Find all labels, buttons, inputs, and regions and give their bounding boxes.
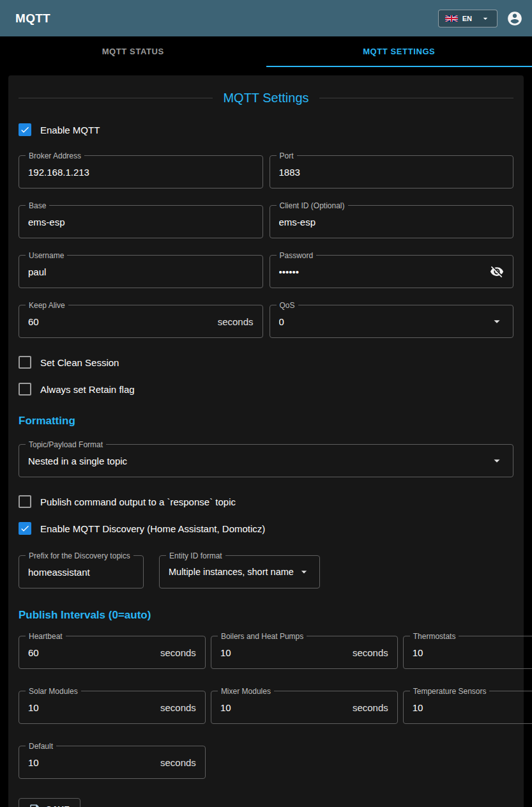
check-icon — [20, 125, 30, 135]
field-label: Heartbeat — [26, 631, 66, 642]
username-field[interactable]: Username — [19, 255, 263, 288]
unit-suffix: seconds — [160, 647, 196, 658]
field-label: Entity ID format — [166, 551, 225, 561]
dropdown-arrow-icon — [490, 314, 504, 328]
publish-intervals-heading: Publish Intervals (0=auto) — [19, 609, 513, 622]
account-button[interactable] — [505, 9, 524, 28]
field-label: Port — [277, 151, 297, 161]
app-title: MQTT — [15, 12, 438, 26]
field-label: Password — [277, 250, 317, 261]
app-bar: MQTT EN — [0, 0, 532, 36]
save-label: SAVE — [46, 804, 70, 807]
field-label: Base — [26, 201, 49, 211]
publish-response-checkbox-row[interactable]: Publish command output to a `response` t… — [19, 495, 513, 508]
field-label: QoS — [277, 300, 298, 311]
discovery-fields: Prefix for the Discovery topics Entity I… — [19, 555, 513, 588]
topic-payload-format-select[interactable]: Topic/Payload Format Nested in a single … — [19, 444, 513, 477]
checkbox-label: Always set Retain flag — [40, 384, 135, 395]
default-interval-input[interactable] — [28, 757, 155, 768]
enable-mqtt-checkbox-row[interactable]: Enable MQTT — [19, 123, 513, 136]
password-field[interactable]: Password — [270, 255, 514, 288]
clean-session-checkbox[interactable] — [19, 356, 31, 369]
base-field[interactable]: Base — [19, 205, 263, 238]
client-id-input[interactable] — [279, 217, 505, 227]
mixer-interval-field[interactable]: Mixer Modules seconds — [211, 691, 398, 724]
publish-response-checkbox[interactable] — [19, 495, 31, 508]
base-input[interactable] — [28, 217, 254, 227]
heartbeat-interval-input[interactable] — [28, 647, 155, 658]
discovery-prefix-field[interactable]: Prefix for the Discovery topics — [19, 555, 144, 588]
toggle-password-visibility-button[interactable] — [490, 265, 504, 279]
unit-suffix: seconds — [353, 647, 388, 658]
page-title: MQTT Settings — [223, 91, 308, 105]
select-value: Multiple instances, short name — [169, 567, 294, 577]
heartbeat-interval-field[interactable]: Heartbeat seconds — [19, 636, 206, 669]
save-button[interactable]: SAVE — [19, 798, 80, 807]
mixer-interval-input[interactable] — [220, 702, 347, 713]
field-label: Temperature Sensors — [410, 686, 490, 696]
checkbox-label: Enable MQTT Discovery (Home Assistant, D… — [40, 523, 265, 534]
field-label: Solar Modules — [26, 686, 81, 696]
language-button[interactable]: EN — [438, 10, 498, 27]
settings-card: MQTT Settings Enable MQTT Broker Address… — [8, 75, 524, 807]
page-title-row: MQTT Settings — [19, 91, 513, 105]
keep-alive-input[interactable] — [28, 316, 213, 327]
select-value: Nested in a single topic — [28, 456, 486, 466]
field-label: Username — [26, 250, 67, 261]
temperature-interval-input[interactable] — [413, 702, 532, 713]
checkbox-label: Enable MQTT — [40, 125, 100, 135]
tab-mqtt-settings[interactable]: MQTT SETTINGS — [266, 36, 532, 67]
field-label: Broker Address — [26, 151, 84, 161]
thermostats-interval-input[interactable] — [413, 647, 532, 658]
field-label: Boilers and Heat Pumps — [218, 631, 307, 642]
unit-suffix: seconds — [160, 757, 196, 768]
publish-interval-fields: Heartbeat seconds Boilers and Heat Pumps… — [19, 636, 513, 779]
qos-select[interactable]: QoS 0 — [270, 305, 514, 338]
entity-id-format-select[interactable]: Entity ID format Multiple instances, sho… — [159, 555, 320, 588]
tab-bar: MQTT STATUS MQTT SETTINGS — [0, 36, 532, 67]
select-value: 0 — [279, 316, 487, 327]
client-id-field[interactable]: Client ID (Optional) — [270, 205, 514, 238]
retain-flag-checkbox-row[interactable]: Always set Retain flag — [19, 383, 513, 396]
username-input[interactable] — [28, 266, 254, 277]
port-input[interactable] — [279, 167, 505, 178]
boilers-interval-field[interactable]: Boilers and Heat Pumps seconds — [211, 636, 398, 669]
dropdown-arrow-icon — [490, 454, 504, 468]
divider — [19, 98, 213, 98]
field-label: Thermostats — [410, 631, 459, 642]
field-label: Topic/Payload Format — [26, 440, 106, 450]
temperature-interval-field[interactable]: Temperature Sensors seconds — [403, 691, 532, 724]
mqtt-discovery-checkbox[interactable] — [19, 522, 31, 535]
thermostats-interval-field[interactable]: Thermostats seconds — [403, 636, 532, 669]
enable-mqtt-checkbox[interactable] — [19, 123, 31, 136]
discovery-prefix-input[interactable] — [28, 567, 134, 578]
chevron-down-icon — [480, 13, 490, 24]
boilers-interval-input[interactable] — [220, 647, 347, 658]
uk-flag-icon — [445, 15, 458, 22]
broker-address-field[interactable]: Broker Address — [19, 155, 263, 188]
connection-fields: Broker Address Port Base Client ID (Opti… — [19, 155, 513, 338]
divider — [319, 98, 513, 98]
unit-suffix: seconds — [218, 316, 254, 327]
solar-interval-field[interactable]: Solar Modules seconds — [19, 691, 206, 724]
account-icon — [506, 10, 523, 27]
check-icon — [20, 523, 30, 534]
unit-suffix: seconds — [160, 702, 196, 713]
port-field[interactable]: Port — [270, 155, 514, 188]
clean-session-checkbox-row[interactable]: Set Clean Session — [19, 356, 513, 369]
save-icon — [29, 803, 40, 807]
field-label: Client ID (Optional) — [277, 201, 348, 211]
formatting-heading: Formatting — [19, 415, 513, 427]
dropdown-arrow-icon — [298, 565, 310, 578]
field-label: Default — [26, 741, 56, 751]
solar-interval-input[interactable] — [28, 702, 155, 713]
mqtt-discovery-checkbox-row[interactable]: Enable MQTT Discovery (Home Assistant, D… — [19, 522, 513, 535]
password-input[interactable] — [279, 266, 485, 277]
retain-flag-checkbox[interactable] — [19, 383, 31, 396]
default-interval-field[interactable]: Default seconds — [19, 746, 206, 779]
unit-suffix: seconds — [353, 702, 388, 713]
broker-address-input[interactable] — [28, 167, 254, 178]
tab-mqtt-status[interactable]: MQTT STATUS — [0, 36, 266, 67]
keep-alive-field[interactable]: Keep Alive seconds — [19, 305, 263, 338]
field-label: Keep Alive — [26, 300, 68, 311]
